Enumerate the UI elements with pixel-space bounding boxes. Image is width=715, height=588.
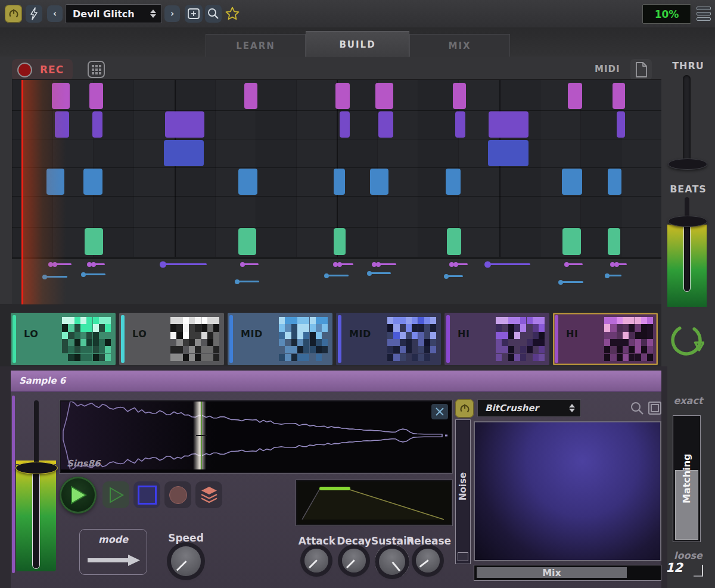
- sample-pad-2[interactable]: LO: [119, 313, 224, 365]
- add-preset-button[interactable]: [185, 5, 203, 23]
- beats-slider-handle[interactable]: [668, 216, 707, 227]
- automation-lollipop[interactable]: [611, 263, 627, 265]
- fx-focus-button[interactable]: [648, 402, 661, 415]
- automation-point[interactable]: [240, 262, 245, 267]
- menu-button[interactable]: [695, 5, 713, 23]
- automation-lollipop[interactable]: [372, 263, 396, 265]
- automation-lollipop[interactable]: [88, 263, 105, 265]
- beats-slider-track[interactable]: [683, 223, 691, 292]
- sequencer-note-lane1[interactable]: [568, 83, 582, 109]
- automation-point[interactable]: [605, 273, 610, 278]
- play-mode-layers-button[interactable]: [195, 481, 222, 508]
- volume-fader-handle[interactable]: [15, 462, 58, 474]
- sequencer-note-lane6[interactable]: [562, 228, 581, 255]
- sequencer-note-lane4[interactable]: [238, 169, 257, 195]
- play-mode-forward-button[interactable]: [102, 481, 129, 508]
- sequencer-note-lane1[interactable]: [335, 83, 350, 109]
- sample-pad-1[interactable]: LO: [11, 313, 116, 365]
- sequencer-note-lane4[interactable]: [562, 169, 582, 195]
- sequencer-note-lane4[interactable]: [370, 169, 388, 195]
- fx-power-button[interactable]: [455, 399, 474, 418]
- grid-view-button[interactable]: [87, 60, 105, 79]
- sequencer-note-lane2[interactable]: [340, 111, 350, 138]
- automation-lollipop[interactable]: [559, 281, 583, 283]
- sequencer-note-lane2[interactable]: [378, 111, 393, 138]
- speed-knob[interactable]: [171, 546, 201, 576]
- play-mode-oneshot-button[interactable]: [164, 481, 191, 508]
- sample-pad-5[interactable]: HI: [444, 313, 549, 365]
- automation-point[interactable]: [337, 262, 342, 267]
- sequencer-grid[interactable]: [12, 79, 661, 304]
- sample-pad-4[interactable]: MID: [336, 313, 441, 365]
- mix-slider[interactable]: Mix: [474, 565, 661, 581]
- automation-lollipop[interactable]: [235, 281, 259, 282]
- sequencer-note-lane6[interactable]: [238, 228, 256, 255]
- matching-slider-handle[interactable]: [675, 470, 698, 540]
- fx-search-button[interactable]: [629, 400, 645, 416]
- sequencer-note-lane6[interactable]: [447, 228, 461, 255]
- sequencer-note-lane6[interactable]: [608, 228, 620, 255]
- automation-lollipop[interactable]: [444, 275, 463, 277]
- automation-point[interactable]: [484, 261, 491, 267]
- automation-point[interactable]: [324, 273, 329, 278]
- record-button[interactable]: REC: [12, 59, 73, 80]
- automation-lollipop[interactable]: [82, 273, 105, 275]
- automation-lollipop[interactable]: [565, 263, 583, 265]
- sample-pad-3[interactable]: MID: [228, 313, 332, 365]
- automation-point[interactable]: [564, 262, 569, 267]
- sample-pad-6[interactable]: HI: [553, 313, 658, 365]
- sequencer-note-lane1[interactable]: [89, 83, 103, 109]
- automation-point[interactable]: [376, 262, 381, 267]
- mode-selector[interactable]: mode: [79, 529, 147, 575]
- automation-point[interactable]: [444, 274, 449, 279]
- sequencer-note-lane2[interactable]: [489, 111, 529, 138]
- sequencer-note-lane3[interactable]: [164, 140, 204, 166]
- waveform-display[interactable]: Sins86: [60, 400, 452, 473]
- sustain-knob[interactable]: [379, 549, 405, 575]
- sequencer-note-lane4[interactable]: [83, 169, 102, 195]
- automation-point[interactable]: [453, 262, 458, 267]
- automation-point[interactable]: [367, 271, 372, 276]
- envelope-display[interactable]: [296, 480, 452, 525]
- automation-point[interactable]: [160, 261, 166, 267]
- sequencer-note-lane6[interactable]: [85, 228, 103, 255]
- sequencer-note-lane2[interactable]: [617, 111, 625, 138]
- tab-build[interactable]: BUILD: [306, 31, 409, 57]
- lightning-button[interactable]: [26, 5, 42, 23]
- sequencer-note-lane4[interactable]: [608, 169, 621, 195]
- close-sample-button[interactable]: [431, 404, 448, 419]
- release-knob[interactable]: [416, 549, 440, 573]
- next-preset-button[interactable]: ›: [164, 5, 180, 22]
- play-button[interactable]: [60, 477, 97, 514]
- fx-select[interactable]: BitCrusher: [477, 399, 581, 417]
- automation-point[interactable]: [91, 262, 96, 267]
- automation-lollipop[interactable]: [368, 272, 391, 274]
- sequencer-note-lane1[interactable]: [375, 83, 393, 109]
- tab-mix[interactable]: MIX: [409, 34, 510, 57]
- noise-slider-handle[interactable]: [458, 552, 468, 561]
- automation-lollipop[interactable]: [161, 263, 207, 265]
- automation-point[interactable]: [81, 272, 86, 277]
- automation-lollipop[interactable]: [334, 263, 353, 265]
- volume-fader-lower-track[interactable]: [32, 464, 40, 569]
- grid-playhead[interactable]: [21, 80, 23, 304]
- prev-preset-button[interactable]: ‹: [47, 5, 63, 22]
- automation-lollipop[interactable]: [486, 263, 530, 265]
- attack-knob[interactable]: [304, 549, 328, 573]
- loop-button[interactable]: [669, 322, 704, 358]
- sequencer-note-lane2[interactable]: [455, 111, 465, 138]
- automation-lollipop[interactable]: [605, 275, 621, 276]
- search-button[interactable]: [205, 5, 222, 23]
- automation-point[interactable]: [558, 280, 563, 285]
- sequencer-note-lane6[interactable]: [334, 228, 346, 255]
- preset-select[interactable]: Devil Glitch: [65, 4, 162, 23]
- automation-point[interactable]: [235, 279, 240, 284]
- power-button[interactable]: [5, 5, 22, 23]
- play-mode-hold-button[interactable]: [133, 481, 160, 508]
- thru-slider[interactable]: [683, 75, 691, 167]
- thru-slider-handle[interactable]: [668, 158, 707, 170]
- sequencer-note-lane1[interactable]: [613, 83, 625, 109]
- sequencer-note-lane1[interactable]: [453, 83, 466, 109]
- automation-lollipop[interactable]: [450, 263, 468, 265]
- sequencer-note-lane2[interactable]: [92, 111, 102, 138]
